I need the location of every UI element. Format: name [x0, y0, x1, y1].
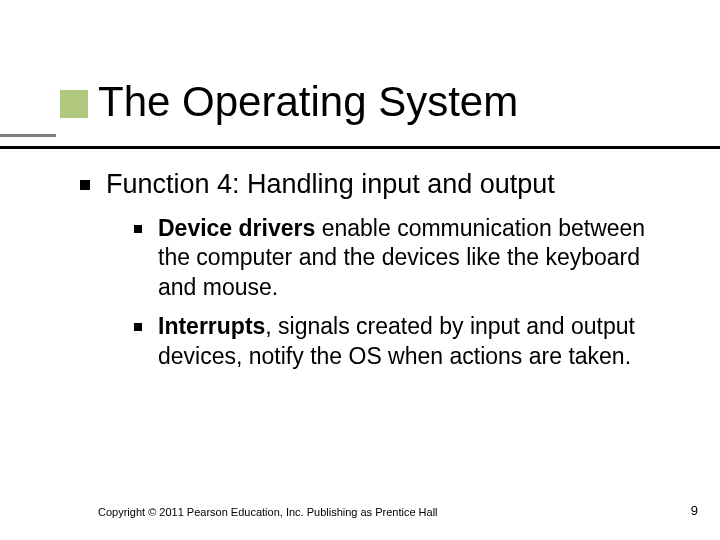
square-bullet-icon — [80, 180, 90, 190]
slide-body: Function 4: Handling input and output De… — [80, 168, 680, 381]
square-bullet-icon — [134, 323, 142, 331]
bold-term: Device drivers — [158, 215, 315, 241]
square-bullet-icon — [134, 225, 142, 233]
long-rule-icon — [0, 146, 720, 149]
level1-text: Function 4: Handling input and output — [106, 168, 555, 202]
page-number: 9 — [691, 503, 698, 518]
bullet-level2: Device drivers enable communication betw… — [134, 214, 680, 302]
level2-text: Device drivers enable communication betw… — [158, 214, 658, 302]
slide: The Operating System Function 4: Handlin… — [0, 0, 720, 540]
level2-text: Interrupts, signals created by input and… — [158, 312, 658, 371]
bullet-level2: Interrupts, signals created by input and… — [134, 312, 680, 371]
copyright-footer: Copyright © 2011 Pearson Education, Inc.… — [98, 506, 438, 518]
level2-container: Device drivers enable communication betw… — [134, 214, 680, 371]
accent-square-icon — [60, 90, 88, 118]
short-rule-icon — [0, 134, 56, 137]
bullet-level1: Function 4: Handling input and output — [80, 168, 680, 202]
bold-term: Interrupts — [158, 313, 265, 339]
slide-title: The Operating System — [98, 78, 518, 126]
